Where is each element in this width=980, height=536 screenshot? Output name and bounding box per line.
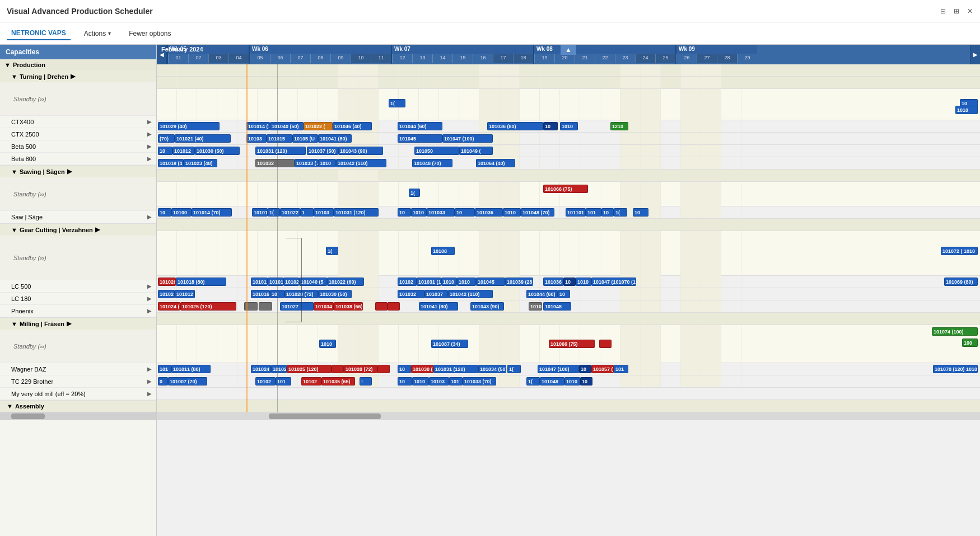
tc229-task-101035[interactable]: 101035 (65)	[321, 377, 355, 385]
saw-task-10sc[interactable]: 10	[633, 208, 648, 217]
tc229-task-10102r[interactable]: 10102	[301, 377, 321, 385]
ctx2500-task-10103[interactable]: 10103	[246, 134, 267, 143]
phoenix-task-101043p[interactable]: 101043 (90)	[470, 302, 504, 311]
wagnerbaz-task-10wb2[interactable]: 1(	[507, 365, 521, 373]
milling-group-header[interactable]: ▼ Milling | Fräsen ▶	[0, 318, 156, 330]
lc500-task-101040l[interactable]: 101040 (5	[299, 278, 327, 286]
saw-task-10sb3[interactable]: 1(	[614, 208, 627, 217]
phoenix-item[interactable]: Phoenix ▶	[0, 305, 156, 317]
tc229-task-1010tc2[interactable]: 1010	[564, 377, 580, 385]
lc500-task-101022l[interactable]: 101022 (60)	[327, 278, 364, 286]
gearcut-standby-task3[interactable]: 101072 ( 1010	[941, 247, 978, 255]
tc229-task-0[interactable]: 0	[158, 377, 168, 385]
lc180-task-101016[interactable]: 101016 (7	[251, 290, 270, 298]
tc229-task-101033tc[interactable]: 101033 (70)	[463, 377, 496, 385]
saw-task-10s2[interactable]: 10	[398, 208, 411, 217]
tc229-task-101048tc[interactable]: 101048	[540, 377, 564, 385]
wagnerbaz-task-101[interactable]: 101	[158, 365, 171, 373]
saw-task-10s[interactable]: 1(	[268, 208, 280, 217]
gearcut-standby-task1[interactable]: 1(	[326, 247, 338, 255]
horizontal-scrollbar[interactable]	[157, 412, 980, 420]
lc500-task-101069[interactable]: 101069 (80)	[944, 278, 978, 286]
beta800-task-101042[interactable]: 101042 (110)	[336, 159, 386, 167]
lc180-task-101032lc[interactable]: 101032	[398, 290, 424, 298]
sawing-standby-task1[interactable]: 1(	[409, 189, 420, 197]
lc500-task-101047l[interactable]: 101047 (101070 (120)	[591, 278, 636, 286]
beta500-task-101012[interactable]: 101012	[172, 147, 195, 155]
lc500-task-10l[interactable]: 10	[563, 278, 576, 286]
wagnerbaz-task-10wb[interactable]: 10	[398, 365, 411, 373]
beta800-task-101019[interactable]: 101019 (4	[158, 159, 184, 167]
milling-standby-task3[interactable]: 101066 (75)	[549, 340, 595, 348]
phoenix-task-101025[interactable]: 101025 (120)	[180, 302, 236, 311]
phoenix-task-grph2[interactable]	[259, 302, 272, 311]
actions-menu[interactable]: Actions ▾	[80, 27, 115, 40]
oldmill-item[interactable]: My very old mill (eff = 20%) ▶	[0, 388, 156, 400]
wagnerbaz-task-101038wb[interactable]: 101038 (	[411, 365, 433, 373]
tc229-task-101tc[interactable]: 101	[276, 377, 291, 385]
brand-menu-item[interactable]: NETRONIC VAPS	[7, 27, 71, 40]
ctx2500-task-101021[interactable]: 101021 (40)	[175, 134, 231, 143]
sawing-group-header[interactable]: ▼ Sawing | Sägen ▶	[0, 166, 156, 177]
wagnerbaz-task-10102[interactable]: 10102	[271, 365, 287, 373]
wagnerbaz-task-101034wb[interactable]: 101034 (50)	[478, 365, 506, 373]
gearcut-standby-task2[interactable]: 10108	[431, 247, 455, 255]
ctx400-task-101044[interactable]: 101044 (60)	[398, 122, 442, 130]
phoenix-task-rph[interactable]	[375, 302, 388, 311]
beta500-task-101037[interactable]: 101037 (50)	[307, 147, 338, 155]
lc180-task-101012lc[interactable]: 101012 (40)	[175, 290, 195, 298]
saw-task-101011s[interactable]: 101101	[566, 208, 586, 217]
phoenix-task-101038[interactable]: 101038 (66)	[334, 302, 363, 311]
lc500-task-10101l[interactable]: 10101	[268, 278, 283, 286]
production-group-header[interactable]: ▼ Production	[0, 59, 156, 70]
ctx400-task-101046[interactable]: 101046 (40)	[333, 122, 372, 130]
ctx400-task-101014[interactable]: 101014 (7	[246, 122, 270, 130]
lc500-task-10102x[interactable]: 10102	[398, 278, 417, 286]
ctx2500-item[interactable]: CTX 2500 ▶	[0, 128, 156, 140]
saw-task-101022s[interactable]: 101022	[280, 208, 300, 217]
wagnerbaz-task-101028[interactable]: 101028 (72)	[344, 365, 377, 373]
ctx2500-task-70[interactable]: (70)	[158, 134, 175, 143]
lc500-task-101039l[interactable]: 101039 (28)	[505, 278, 533, 286]
ctx400-task-1010b[interactable]: 1210	[610, 122, 628, 130]
ctx400-item[interactable]: CTX400 ▶	[0, 116, 156, 128]
wagnerbaz-task-101025[interactable]: 101025 (120)	[287, 365, 332, 373]
phoenix-task-grph3[interactable]: 1010	[529, 302, 542, 311]
minimize-button[interactable]: ⊟	[937, 6, 949, 17]
beta800-item[interactable]: Beta 800 ▶	[0, 153, 156, 165]
milling-standby-task1[interactable]: 1010	[319, 340, 336, 348]
beta500-task-101030[interactable]: 101030 (50)	[195, 147, 240, 155]
saw-task-101048[interactable]: 101048 (70)	[521, 208, 554, 217]
lc500-task-10102l[interactable]: 10102	[283, 278, 299, 286]
phoenix-task-101024[interactable]: 101024 (6(	[158, 302, 180, 311]
wagnerbaz-task-r1[interactable]	[332, 365, 344, 373]
ctx2500-task-101015[interactable]: 101015	[267, 134, 292, 143]
lc180-item[interactable]: LC 180 ▶	[0, 293, 156, 305]
wagnerbaz-task-10db[interactable]: 10	[579, 365, 591, 373]
lc500-item[interactable]: LC 500 ▶	[0, 280, 156, 293]
wagnerbaz-task-10wb3[interactable]: 101	[614, 365, 628, 373]
wagnerbaz-task-101057[interactable]: 101057 (5(	[591, 365, 614, 373]
lc500-task-1010l[interactable]: 1010	[441, 278, 457, 286]
wagnerbaz-task-101011[interactable]: 101011 (80)	[171, 365, 211, 373]
saw-sage-item[interactable]: Saw | Säge ▶	[0, 211, 156, 223]
saw-task-10100[interactable]: 10100	[171, 208, 192, 217]
tc229-task-101007[interactable]: 101007 (70)	[168, 377, 207, 385]
lc180-task-101028[interactable]: 101028 (72)	[284, 290, 318, 298]
wagnerbaz-item[interactable]: Wagner BAZ ▶	[0, 363, 156, 375]
wagnerbaz-task-101024[interactable]: 101024	[251, 365, 271, 373]
saw-task-10s3[interactable]: 10	[455, 208, 475, 217]
lc500-task-101018[interactable]: 101018 (80)	[176, 278, 226, 286]
beta500-task-101031[interactable]: 101031 (120)	[255, 147, 306, 155]
saw-task-10sb2[interactable]: 10	[601, 208, 614, 217]
beta800-task-101064[interactable]: 101064 (40)	[476, 159, 515, 167]
sawing-standby-task2[interactable]: 101066 (75)	[543, 185, 588, 193]
phoenix-task-rph2[interactable]	[388, 302, 400, 311]
saw-task-101011[interactable]: 10101	[252, 208, 268, 217]
ctx400-task-101036[interactable]: 101036 (80)	[487, 122, 543, 130]
beta800-task-101048[interactable]: 101048 (70)	[412, 159, 452, 167]
tc229-task-10dbtc[interactable]: 10	[580, 377, 592, 385]
lc500-task-1010lb[interactable]: 1010	[576, 278, 591, 286]
saw-task-1010s[interactable]: 1010	[411, 208, 427, 217]
ctx400-task-10x[interactable]: 10	[543, 122, 558, 130]
